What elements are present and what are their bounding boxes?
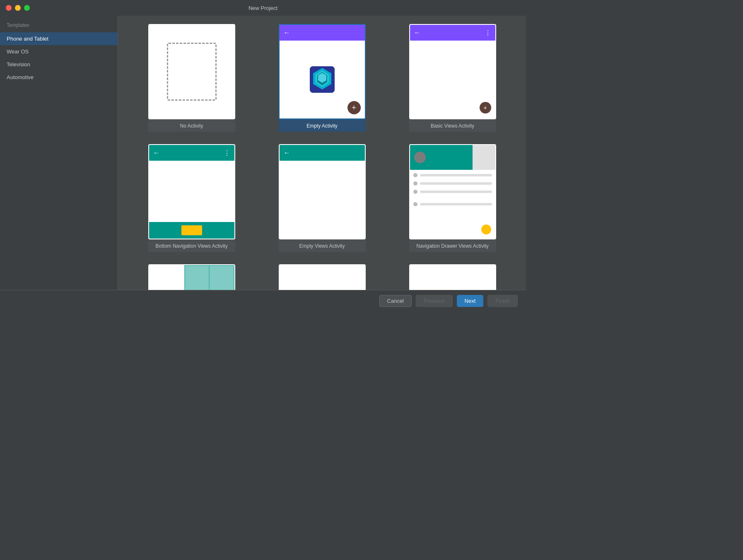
phone-mock-empty-views: ← (280, 145, 365, 239)
template-preview-native-cpp: C++ (409, 264, 496, 290)
empty-views-toolbar: ← (280, 145, 365, 161)
template-label-nav-drawer: Navigation Drawer Views Activity (416, 243, 489, 249)
cpp-card: C++ (410, 265, 495, 290)
template-label-bar-empty: Empty Activity (279, 119, 366, 132)
sidebar-item-television[interactable]: Television (0, 58, 118, 71)
close-button[interactable] (6, 5, 12, 11)
template-bottom-nav[interactable]: ← ⋮ Bottom Navigation Views Activity (130, 144, 253, 252)
template-empty-activity[interactable]: ← (261, 24, 383, 132)
template-label-empty-views: Empty Views Activity (299, 243, 345, 249)
fab-button-empty: + (347, 101, 361, 114)
dots-icon-bottom-nav: ⋮ (224, 149, 230, 157)
template-preview-empty-activity: ← (279, 24, 366, 119)
traffic-lights (6, 5, 30, 11)
template-label-bar-bottom-nav: Bottom Navigation Views Activity (148, 239, 235, 252)
dots-icon-basic: ⋮ (485, 29, 491, 37)
template-preview-nav-drawer (409, 144, 496, 239)
previous-button[interactable]: Previous (416, 295, 453, 307)
empty-activity-toolbar: ← (280, 25, 365, 41)
drawer-line-3 (420, 191, 492, 193)
drawer-fab-button (481, 224, 491, 234)
template-preview-basic-views: ← ⋮ + (409, 24, 496, 119)
phone-mock-nav-drawer (410, 145, 495, 239)
sidebar: Templates Phone and Tablet Wear OS Telev… (0, 16, 118, 290)
back-icon-empty-views: ← (284, 149, 290, 157)
game-card (280, 265, 365, 290)
template-preview-bottom-nav: ← ⋮ (148, 144, 235, 239)
template-basic-views[interactable]: ← ⋮ + Basic Views Activity (391, 24, 514, 132)
template-preview-no-activity (148, 24, 235, 119)
drawer-dot-3 (413, 190, 417, 194)
responsive-grid-container: ↗ (149, 265, 234, 290)
phone-mock-bottom-nav: ← ⋮ (149, 145, 234, 239)
drawer-line-1 (420, 174, 492, 176)
responsive-grid-inner (149, 265, 234, 290)
drawer-dot-1 (413, 173, 417, 177)
drawer-list-item-1 (413, 173, 492, 177)
fab-button-basic: + (480, 102, 491, 113)
grid-cell-2 (210, 266, 234, 290)
basic-views-toolbar: ← ⋮ (410, 25, 495, 41)
android-logo-icon (306, 63, 339, 96)
drawer-line-4 (420, 203, 492, 205)
template-responsive-views[interactable]: ↗ Responsive Views Activity (130, 264, 253, 290)
template-preview-game (279, 264, 366, 290)
drawer-line-2 (420, 182, 492, 185)
templates-grid: No Activity ← (130, 24, 514, 290)
responsive-grid-pane (184, 265, 234, 290)
drawer-dot-2 (413, 181, 417, 186)
no-activity-icon (167, 43, 217, 101)
phone-mock-empty: ← (280, 25, 365, 118)
back-icon-bottom-nav: ← (153, 149, 160, 157)
main-content: Templates Phone and Tablet Wear OS Telev… (0, 16, 526, 290)
sidebar-item-phone-tablet[interactable]: Phone and Tablet (0, 32, 118, 45)
template-native-cpp[interactable]: C++ Native C++ (391, 264, 514, 290)
footer: Cancel Previous Next Finish (0, 290, 526, 311)
drawer-dot-4 (413, 202, 417, 206)
template-no-activity[interactable]: No Activity (130, 24, 253, 132)
template-label-empty: Empty Activity (306, 123, 338, 129)
template-label-bar-no-activity: No Activity (148, 119, 235, 132)
template-label-bar-nav-drawer: Navigation Drawer Views Activity (409, 239, 496, 252)
back-icon: ← (284, 29, 290, 36)
template-preview-empty-views: ← (279, 144, 366, 239)
sidebar-item-automotive[interactable]: Automotive (0, 71, 118, 84)
grid-cell-1 (185, 266, 209, 290)
empty-activity-body: + (280, 41, 365, 118)
nav-drawer-body (410, 170, 495, 239)
maximize-button[interactable] (24, 5, 30, 11)
finish-button[interactable]: Finish (487, 295, 518, 307)
cancel-button[interactable]: Cancel (379, 295, 412, 307)
nav-drawer-header (410, 145, 495, 170)
template-game[interactable]: Game Activity (261, 264, 383, 290)
bottom-nav-item (181, 225, 202, 235)
template-label-bar-empty-views: Empty Views Activity (279, 239, 366, 252)
content-area: No Activity ← (118, 16, 526, 290)
drawer-panel (473, 145, 495, 170)
template-nav-drawer[interactable]: Navigation Drawer Views Activity (391, 144, 514, 252)
template-label-bottom-nav: Bottom Navigation Views Activity (156, 243, 228, 249)
bottom-nav-body (149, 161, 234, 222)
title-bar: New Project (0, 0, 526, 16)
template-label-basic: Basic Views Activity (431, 123, 474, 129)
back-icon-basic: ← (414, 29, 421, 36)
template-label-bar-basic: Basic Views Activity (409, 119, 496, 132)
minimize-button[interactable] (15, 5, 21, 11)
window-title: New Project (248, 5, 277, 11)
basic-views-body: + (410, 41, 495, 118)
template-preview-responsive: ↗ (148, 264, 235, 290)
bottom-nav-toolbar: ← ⋮ (149, 145, 234, 161)
responsive-list-pane (149, 265, 184, 290)
template-label-no-activity: No Activity (180, 123, 203, 129)
template-empty-views[interactable]: ← Empty Views Activity (261, 144, 383, 252)
next-button[interactable]: Next (457, 295, 484, 307)
phone-mock-basic: ← ⋮ + (410, 25, 495, 118)
sidebar-section-label: Templates (0, 20, 118, 32)
bottom-nav-bar (149, 222, 234, 239)
drawer-list-item-2 (413, 181, 492, 186)
empty-views-body (280, 161, 365, 239)
sidebar-item-wear-os[interactable]: Wear OS (0, 45, 118, 58)
drawer-list-item-4 (413, 202, 492, 206)
drawer-list-item-3 (413, 190, 492, 194)
drawer-avatar (414, 152, 426, 163)
